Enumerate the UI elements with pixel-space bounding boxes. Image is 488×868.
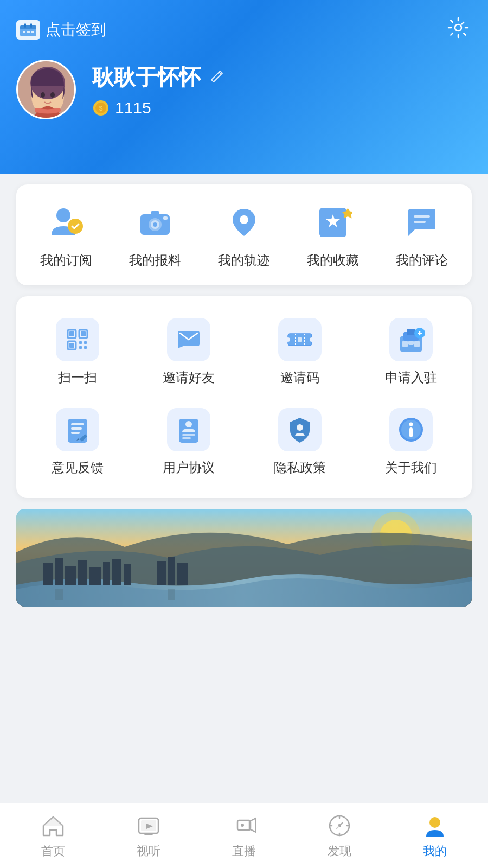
svg-rect-39 — [84, 346, 87, 349]
svg-rect-3 — [30, 23, 32, 28]
svg-rect-50 — [402, 341, 408, 347]
scan-icon — [63, 326, 92, 354]
about-icon-wrap — [389, 408, 433, 451]
about-icon — [397, 416, 425, 444]
home-nav-icon — [40, 813, 66, 839]
profile-section: 耿耿于怀怀 $ 1115 — [16, 60, 472, 119]
tool-item-invite-friend[interactable]: 邀请好友 — [133, 318, 244, 386]
svg-point-45 — [310, 337, 314, 342]
nav-item-discover[interactable]: 发现 — [296, 813, 383, 859]
quick-access-card: 我的订阅 我的报料 — [16, 184, 472, 285]
svg-rect-79 — [103, 562, 110, 585]
avatar[interactable] — [16, 60, 76, 119]
quick-item-collect[interactable]: 我的收藏 — [298, 201, 368, 269]
svg-point-12 — [50, 92, 55, 98]
nav-item-home[interactable]: 首页 — [10, 813, 97, 859]
edit-icon[interactable] — [209, 68, 224, 87]
quick-label-report: 我的报料 — [129, 252, 181, 269]
svg-rect-1 — [20, 25, 36, 29]
empty-area — [0, 617, 488, 802]
svg-point-93 — [241, 824, 244, 827]
nav-label-mine: 我的 — [423, 843, 447, 859]
svg-rect-55 — [419, 331, 420, 335]
quick-label-subscription: 我的订阅 — [40, 252, 92, 269]
svg-point-44 — [286, 337, 290, 342]
svg-rect-2 — [24, 23, 26, 28]
svg-rect-23 — [163, 216, 168, 220]
checkin-button[interactable]: 点击签到 — [16, 20, 106, 40]
nav-item-media[interactable]: 视听 — [105, 813, 192, 859]
svg-rect-81 — [124, 564, 131, 585]
collect-icon — [311, 201, 355, 244]
profile-info: 耿耿于怀怀 $ 1115 — [92, 62, 472, 117]
svg-point-24 — [240, 215, 248, 224]
invite-friend-icon-wrap — [167, 318, 210, 361]
agreement-icon — [175, 416, 203, 444]
tool-item-agreement[interactable]: 用户协议 — [133, 408, 244, 476]
tool-label-apply: 申请入驻 — [385, 369, 437, 386]
tools-grid: 扫一扫 邀请好友 — [22, 312, 466, 482]
svg-rect-49 — [407, 329, 415, 335]
svg-rect-76 — [65, 566, 76, 585]
feedback-icon-wrap — [56, 408, 99, 451]
quick-item-trace[interactable]: 我的轨迹 — [209, 201, 279, 269]
media-nav-icon — [136, 813, 162, 839]
header-bg: 点击签到 — [0, 0, 488, 174]
nav-item-live[interactable]: 直播 — [201, 813, 287, 859]
invite-friend-icon — [175, 326, 203, 354]
quick-item-report[interactable]: 我的报料 — [120, 201, 190, 269]
tool-label-invite-code: 邀请码 — [280, 369, 319, 386]
svg-text:$: $ — [99, 105, 103, 112]
tool-item-about[interactable]: 关于我们 — [355, 408, 466, 476]
svg-rect-57 — [71, 423, 84, 425]
svg-rect-78 — [89, 567, 101, 585]
svg-rect-28 — [414, 215, 430, 218]
nav-label-media: 视听 — [137, 843, 160, 859]
svg-rect-35 — [69, 343, 74, 348]
svg-rect-29 — [414, 221, 426, 223]
quick-label-comment: 我的评论 — [396, 252, 448, 269]
quick-item-comment[interactable]: 我的评论 — [387, 201, 457, 269]
mine-nav-icon — [422, 813, 448, 839]
nav-label-home: 首页 — [41, 843, 65, 859]
city-banner-svg — [16, 509, 472, 607]
invite-code-icon — [286, 326, 314, 354]
svg-rect-37 — [84, 341, 87, 344]
svg-rect-74 — [43, 563, 53, 585]
svg-rect-51 — [414, 341, 420, 347]
svg-point-7 — [455, 24, 461, 31]
agreement-icon-wrap — [167, 408, 210, 451]
username-row: 耿耿于怀怀 — [92, 62, 472, 92]
tool-item-privacy[interactable]: 隐私政策 — [244, 408, 355, 476]
tool-item-invite-code[interactable]: 邀请码 — [244, 318, 355, 386]
svg-rect-83 — [168, 557, 175, 585]
tools-card: 扫一扫 邀请好友 — [16, 296, 472, 498]
svg-rect-46 — [298, 337, 302, 342]
username: 耿耿于怀怀 — [92, 62, 201, 92]
svg-rect-84 — [177, 563, 188, 585]
tool-label-about: 关于我们 — [385, 459, 437, 476]
checkin-label: 点击签到 — [46, 20, 106, 40]
tool-label-feedback: 意见反馈 — [52, 459, 104, 476]
nav-item-mine[interactable]: 我的 — [391, 813, 478, 859]
quick-item-subscription[interactable]: 我的订阅 — [31, 201, 101, 269]
settings-button[interactable] — [445, 16, 472, 43]
svg-rect-34 — [81, 331, 86, 336]
tool-label-invite-friend: 邀请好友 — [163, 369, 215, 386]
bottom-nav: 首页 视听 直播 — [0, 803, 488, 868]
tool-label-privacy: 隐私政策 — [274, 459, 326, 476]
scan-icon-wrap — [56, 318, 99, 361]
svg-rect-33 — [69, 331, 74, 336]
svg-rect-75 — [55, 558, 63, 585]
svg-point-16 — [56, 208, 70, 222]
tool-item-apply[interactable]: 申请入驻 — [355, 318, 466, 386]
tool-item-scan[interactable]: 扫一扫 — [22, 318, 133, 386]
coin-count: 1115 — [115, 99, 151, 117]
svg-rect-4 — [23, 31, 25, 33]
svg-rect-86 — [168, 589, 175, 600]
svg-rect-64 — [182, 434, 195, 436]
discover-nav-icon — [326, 813, 352, 839]
tool-item-feedback[interactable]: 意见反馈 — [22, 408, 133, 476]
svg-point-21 — [153, 222, 157, 227]
tool-label-agreement: 用户协议 — [163, 459, 215, 476]
